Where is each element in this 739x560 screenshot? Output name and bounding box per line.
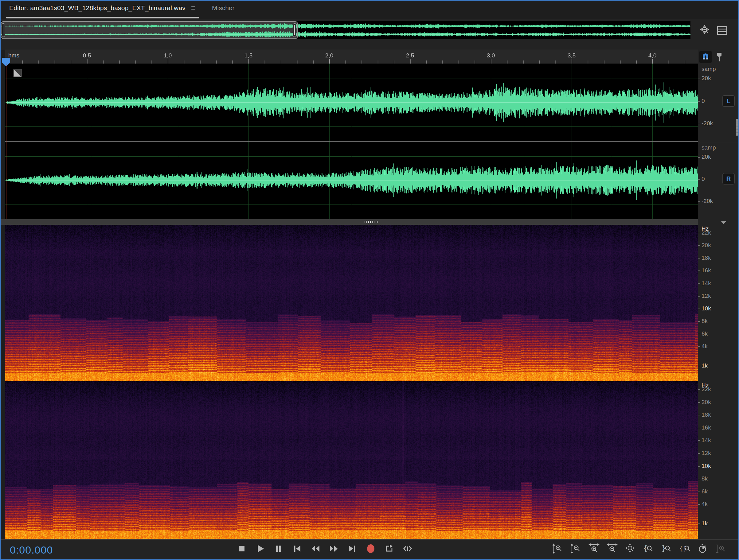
play-button[interactable] (255, 543, 266, 554)
stopwatch-icon[interactable] (697, 543, 708, 554)
frequency-tick (698, 453, 700, 454)
spectrogram-canvas-right[interactable] (5, 381, 698, 539)
panel-tab-bar: Editor: am3aa1s03_WB_128kbps_basop_EXT_b… (1, 1, 738, 19)
loop-playback-button[interactable] (384, 543, 395, 554)
frequency-scale-left: Hz22k20k18k16k14k12k10k8k6k4k1k (698, 225, 739, 381)
frequency-tick-label: 16k (702, 424, 711, 431)
zoom-to-in-point-button[interactable]: { (643, 543, 654, 554)
frequency-tick-label: 22k (702, 229, 711, 236)
zoom-in-horizontal-button[interactable] (589, 543, 600, 554)
panel-menu-icon[interactable]: ≡ (191, 4, 195, 12)
scale-tick (698, 201, 700, 202)
scale-tick (698, 157, 700, 158)
ruler-time-label: 4,0 (648, 52, 656, 59)
frequency-tick (698, 415, 700, 415)
rewind-button[interactable] (310, 543, 321, 554)
overview-selection-box[interactable] (1, 21, 298, 39)
scale-tick (698, 101, 700, 102)
overview-selection-handle-left[interactable] (2, 23, 5, 37)
scale-tick-label: -20k (702, 120, 713, 127)
frequency-tick-label: 1k (702, 362, 708, 369)
frequency-tick (698, 245, 700, 246)
snap-toggle-button[interactable] (699, 51, 712, 63)
frequency-tick-label: 1k (702, 520, 708, 527)
frequency-tick (698, 321, 700, 322)
tab-mixer[interactable]: Mischer (212, 4, 235, 12)
zoom-in-vertical-button[interactable] (552, 543, 563, 554)
frequency-tick (698, 270, 700, 271)
zoom-presets-icon[interactable] (717, 26, 727, 36)
ruler-time-label: 0,5 (83, 52, 91, 59)
skip-to-end-button[interactable] (347, 543, 358, 554)
channel-right-badge[interactable]: R (722, 173, 735, 185)
frequency-tick (698, 479, 700, 479)
pause-button[interactable] (273, 543, 284, 554)
frequency-tick-label: 12k (702, 450, 711, 456)
ruler-time-label: 2,0 (325, 52, 333, 59)
scale-tick-label: 20k (702, 154, 711, 160)
scale-tick (698, 78, 700, 79)
zoom-out-full-button[interactable] (625, 543, 636, 554)
fast-forward-button[interactable] (329, 543, 340, 554)
marker-icon[interactable] (714, 52, 724, 63)
frequency-tick-label: 20k (702, 242, 711, 249)
zoom-out-horizontal-button[interactable] (607, 543, 618, 554)
scale-tick-label: -20k (702, 198, 713, 204)
record-button[interactable] (365, 543, 377, 554)
frequency-tick (698, 296, 700, 297)
scale-unit-label: samp (702, 66, 716, 72)
frequency-tick-label: 8k (702, 475, 708, 482)
overview-navigator[interactable] (1, 21, 691, 39)
audition-window: Editor: am3aa1s03_WB_128kbps_basop_EXT_b… (0, 0, 739, 560)
ruler-time-label: 3,5 (568, 52, 576, 59)
scale-tick-label: 0 (702, 176, 705, 182)
frequency-tick (698, 346, 700, 347)
zoom-to-selection-button[interactable]: {} (679, 543, 690, 554)
frequency-tick (698, 366, 700, 366)
frequency-tick (698, 233, 700, 233)
time-display[interactable]: 0:00.000 (10, 544, 53, 556)
ruler-time-label: 1,5 (245, 52, 253, 59)
timeline-ruler[interactable]: hms 0,51,01,52,02,53,03,54,0 (5, 50, 698, 63)
transport-controls (237, 543, 413, 554)
skip-selection-button[interactable] (402, 543, 413, 554)
tab-editor[interactable]: Editor: am3aa1s03_WB_128kbps_basop_EXT_b… (9, 4, 185, 12)
frequency-tick (698, 258, 700, 258)
zoom-toolbar: { } {} (552, 543, 726, 554)
zoom-out-vertical-button[interactable] (570, 543, 581, 554)
scale-unit-label: samp (702, 144, 716, 151)
skip-to-start-button[interactable] (292, 543, 303, 554)
frequency-tick-label: 6k (702, 330, 708, 337)
frequency-tick-label: 18k (702, 411, 711, 418)
clip-gain-widget[interactable] (13, 69, 21, 77)
frequency-tick-label: 6k (702, 488, 708, 495)
frequency-tick (698, 309, 700, 309)
zoom-out-full-icon[interactable] (699, 25, 711, 37)
channel-left-badge[interactable]: L (722, 95, 735, 107)
collapse-triangle-icon[interactable] (721, 221, 726, 224)
vertical-zoom-disabled-button (715, 543, 726, 554)
frequency-scale-right: Hz22k20k18k16k14k12k10k8k6k4k1k (698, 381, 739, 539)
frequency-tick-label: 14k (702, 437, 711, 444)
frequency-tick (698, 284, 700, 284)
frequency-tick (698, 389, 700, 390)
splitter-drag-handle[interactable] (364, 220, 379, 223)
frequency-tick-label: 8k (702, 318, 708, 325)
scale-tick (698, 124, 700, 124)
ruler-time-label: 1,0 (164, 52, 172, 59)
spectrogram-canvas-left[interactable] (5, 225, 698, 381)
stop-button[interactable] (237, 543, 248, 554)
frequency-tick-label: 12k (702, 293, 711, 299)
overview-selection-handle-right[interactable] (293, 23, 296, 37)
panel-splitter[interactable] (1, 219, 698, 225)
frequency-tick-label: 4k (702, 343, 708, 350)
frequency-tick (698, 402, 700, 403)
frequency-tick-label: 18k (702, 254, 711, 261)
zoom-to-out-point-button[interactable]: } (661, 543, 672, 554)
waveform-editor-canvas[interactable] (5, 63, 698, 219)
scale-tick (698, 179, 700, 180)
scale-tick-label: 0 (702, 98, 705, 105)
frequency-tick-label: 4k (702, 501, 708, 508)
frequency-tick-label: 20k (702, 399, 711, 406)
vertical-scrollbar-handle[interactable] (736, 119, 739, 136)
